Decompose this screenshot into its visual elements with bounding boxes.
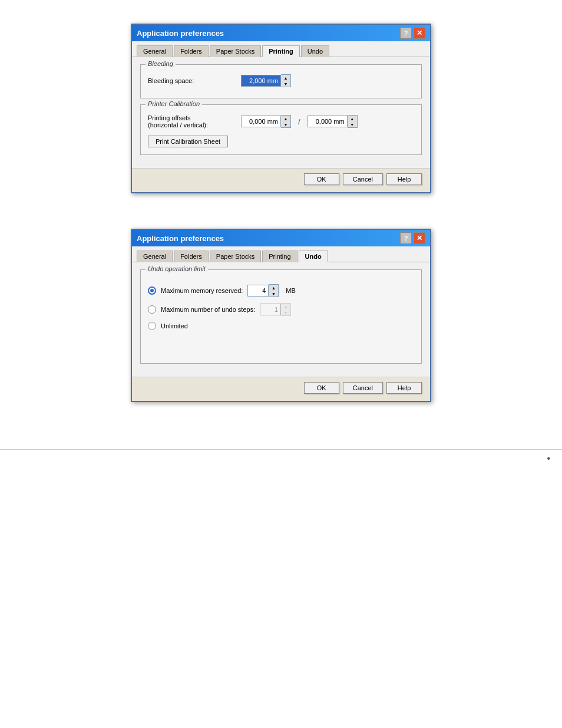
undo-option-unlimited-row: Unlimited bbox=[148, 322, 414, 330]
cancel-btn-2[interactable]: Cancel bbox=[343, 382, 383, 394]
bleeding-space-row: Bleeding space: ▲ ▼ bbox=[148, 74, 414, 87]
ok-btn-2[interactable]: OK bbox=[304, 382, 339, 394]
memory-input[interactable] bbox=[247, 285, 269, 297]
dialog-title-undo: Application preferences bbox=[137, 234, 224, 243]
undo-option-steps-radio[interactable] bbox=[148, 305, 156, 314]
h-offset-btns: ▲ ▼ bbox=[281, 115, 291, 128]
undo-group-title: Undo operation limit bbox=[146, 265, 208, 272]
v-offset-input[interactable] bbox=[308, 116, 348, 127]
tab-undo-2[interactable]: Undo bbox=[299, 251, 328, 262]
h-offset-up-btn[interactable]: ▲ bbox=[281, 116, 290, 121]
bleeding-space-label: Bleeding space: bbox=[148, 77, 236, 84]
dialog-titlebar-printing: Application preferences ? ✕ bbox=[132, 25, 430, 41]
ok-btn-1[interactable]: OK bbox=[304, 173, 339, 185]
print-calibration-row: Print Calibration Sheet bbox=[148, 133, 414, 147]
v-offset-up-btn[interactable]: ▲ bbox=[348, 116, 357, 121]
tabs-bar-printing: General Folders Paper Stocks Printing Un… bbox=[132, 41, 430, 57]
dialog-footer-printing: OK Cancel Help bbox=[132, 168, 430, 192]
memory-down-btn[interactable]: ▼ bbox=[269, 291, 278, 297]
dialog-printing: Application preferences ? ✕ General Fold… bbox=[131, 24, 431, 193]
title-buttons-printing: ? ✕ bbox=[400, 27, 425, 39]
v-offset-spinner: ▲ ▼ bbox=[308, 115, 358, 128]
dialog-footer-undo: OK Cancel Help bbox=[132, 377, 430, 401]
dialog-titlebar-undo: Application preferences ? ✕ bbox=[132, 230, 430, 246]
bleeding-space-spinner-btns: ▲ ▼ bbox=[281, 74, 291, 87]
undo-option-memory-row: Maximum memory reserved: ▲ ▼ MB bbox=[148, 284, 414, 297]
undo-option-steps-row: Maximum number of undo steps: ▲ ▼ bbox=[148, 303, 414, 316]
close-btn-1[interactable]: ✕ bbox=[414, 27, 425, 39]
bottom-divider: • bbox=[0, 449, 562, 450]
printing-offsets-row: Printing offsets (horizontal / vertical)… bbox=[148, 114, 414, 129]
dialog-content-undo: Undo operation limit Maximum memory rese… bbox=[132, 262, 430, 377]
close-btn-2[interactable]: ✕ bbox=[414, 232, 425, 244]
tab-folders-1[interactable]: Folders bbox=[174, 45, 209, 57]
bleeding-group: Bleeding Bleeding space: ▲ ▼ bbox=[140, 64, 422, 98]
title-buttons-undo: ? ✕ bbox=[400, 232, 425, 244]
bleeding-space-up-btn[interactable]: ▲ bbox=[281, 75, 290, 81]
memory-spinner-btns: ▲ ▼ bbox=[269, 284, 279, 297]
undo-option-memory-label: Maximum memory reserved: bbox=[161, 287, 243, 294]
undo-option-unlimited-radio[interactable] bbox=[148, 322, 156, 330]
steps-down-btn: ▼ bbox=[281, 309, 290, 315]
help-icon-btn-2[interactable]: ? bbox=[400, 232, 412, 244]
tab-paperstocks-1[interactable]: Paper Stocks bbox=[210, 45, 261, 57]
tab-general-1[interactable]: General bbox=[137, 45, 173, 57]
bleeding-space-down-btn[interactable]: ▼ bbox=[281, 81, 290, 87]
tab-paperstocks-2[interactable]: Paper Stocks bbox=[210, 251, 261, 262]
undo-group: Undo operation limit Maximum memory rese… bbox=[140, 269, 422, 364]
dialog-undo: Application preferences ? ✕ General Fold… bbox=[131, 229, 431, 402]
dialog-title-printing: Application preferences bbox=[137, 29, 224, 38]
printer-calibration-group: Printer Calibration Printing offsets (ho… bbox=[140, 104, 422, 155]
cancel-btn-1[interactable]: Cancel bbox=[343, 173, 383, 185]
v-offset-down-btn[interactable]: ▼ bbox=[348, 121, 357, 127]
printing-offsets-label: Printing offsets bbox=[148, 114, 236, 121]
h-offset-spinner: ▲ ▼ bbox=[241, 115, 291, 128]
undo-option-steps-label: Maximum number of undo steps: bbox=[161, 306, 255, 313]
h-offset-down-btn[interactable]: ▼ bbox=[281, 121, 290, 127]
steps-input bbox=[260, 304, 281, 315]
tab-printing-1[interactable]: Printing bbox=[262, 45, 300, 57]
bleeding-group-title: Bleeding bbox=[146, 60, 176, 67]
offset-separator: / bbox=[298, 117, 300, 126]
dialog-content-printing: Bleeding Bleeding space: ▲ ▼ bbox=[132, 57, 430, 168]
memory-up-btn[interactable]: ▲ bbox=[269, 285, 278, 291]
v-offset-btns: ▲ ▼ bbox=[348, 115, 358, 128]
memory-unit: MB bbox=[286, 287, 296, 294]
memory-spinner: ▲ ▼ bbox=[247, 284, 279, 297]
help-btn-1[interactable]: Help bbox=[386, 173, 422, 185]
steps-spinner-btns: ▲ ▼ bbox=[281, 303, 291, 316]
bleeding-space-input[interactable] bbox=[241, 75, 281, 87]
tab-undo-1[interactable]: Undo bbox=[301, 45, 329, 57]
tab-general-2[interactable]: General bbox=[137, 251, 173, 262]
bleeding-space-spinner: ▲ ▼ bbox=[241, 74, 291, 87]
print-calibration-btn[interactable]: Print Calibration Sheet bbox=[148, 136, 228, 147]
tab-folders-2[interactable]: Folders bbox=[174, 251, 209, 262]
tab-printing-2[interactable]: Printing bbox=[262, 251, 297, 262]
printer-calibration-title: Printer Calibration bbox=[146, 100, 202, 107]
printing-offsets-sublabel: (horizontal / vertical): bbox=[148, 121, 236, 129]
bottom-bullet: • bbox=[547, 453, 550, 464]
help-icon-btn-1[interactable]: ? bbox=[400, 27, 412, 39]
help-btn-2[interactable]: Help bbox=[386, 382, 422, 394]
undo-option-unlimited-label: Unlimited bbox=[161, 322, 188, 330]
undo-option-memory-radio[interactable] bbox=[148, 286, 156, 295]
steps-spinner: ▲ ▼ bbox=[260, 303, 291, 316]
steps-up-btn: ▲ bbox=[281, 304, 290, 309]
h-offset-input[interactable] bbox=[241, 116, 281, 127]
tabs-bar-undo: General Folders Paper Stocks Printing Un… bbox=[132, 246, 430, 262]
